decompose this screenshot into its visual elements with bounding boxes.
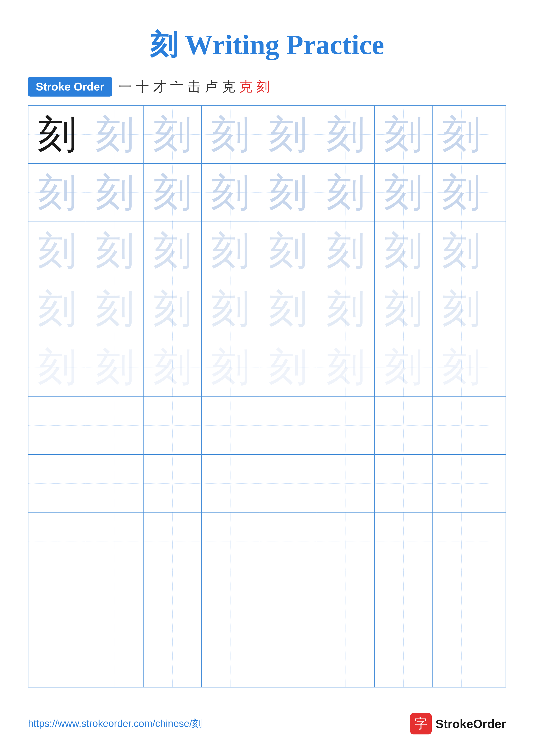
grid-cell-2-8: 刻 — [433, 164, 490, 222]
grid-cell-10-6[interactable] — [317, 629, 375, 687]
stroke-step-1: 一 — [118, 78, 132, 96]
grid-cell-4-1: 刻 — [28, 280, 86, 338]
char-faded: 刻 — [211, 173, 250, 212]
grid-cell-2-7: 刻 — [375, 164, 433, 222]
logo-char: 字 — [415, 715, 427, 733]
grid-cell-7-6[interactable] — [317, 455, 375, 512]
grid-cell-8-2[interactable] — [86, 513, 144, 571]
char-faded: 刻 — [153, 231, 192, 270]
grid-cell-8-8[interactable] — [433, 513, 490, 571]
grid-cell-5-8: 刻 — [433, 338, 490, 396]
char-faded: 刻 — [326, 173, 365, 212]
grid-cell-5-1: 刻 — [28, 338, 86, 396]
grid-cell-10-1[interactable] — [28, 629, 86, 687]
grid-cell-8-1[interactable] — [28, 513, 86, 571]
grid-cell-3-6: 刻 — [317, 222, 375, 280]
grid-row-9 — [28, 571, 506, 629]
grid-cell-9-6[interactable] — [317, 571, 375, 629]
char-faded: 刻 — [153, 115, 192, 154]
grid-cell-6-2[interactable] — [86, 396, 144, 454]
grid-cell-9-4[interactable] — [202, 571, 259, 629]
grid-cell-1-3: 刻 — [144, 106, 202, 163]
grid-cell-7-7[interactable] — [375, 455, 433, 512]
grid-cell-3-8: 刻 — [433, 222, 490, 280]
char-faded: 刻 — [326, 115, 365, 154]
grid-cell-2-1: 刻 — [28, 164, 86, 222]
grid-cell-6-1[interactable] — [28, 396, 86, 454]
grid-cell-6-5[interactable] — [259, 396, 317, 454]
grid-cell-6-8[interactable] — [433, 396, 490, 454]
grid-cell-7-2[interactable] — [86, 455, 144, 512]
grid-cell-2-2: 刻 — [86, 164, 144, 222]
grid-cell-9-5[interactable] — [259, 571, 317, 629]
grid-cell-1-4: 刻 — [202, 106, 259, 163]
char-faded: 刻 — [153, 290, 192, 328]
grid-cell-6-7[interactable] — [375, 396, 433, 454]
grid-cell-7-3[interactable] — [144, 455, 202, 512]
grid-cell-9-3[interactable] — [144, 571, 202, 629]
grid-cell-9-7[interactable] — [375, 571, 433, 629]
grid-cell-9-2[interactable] — [86, 571, 144, 629]
grid-cell-1-2: 刻 — [86, 106, 144, 163]
footer-logo-text: StrokeOrder — [436, 717, 506, 731]
grid-cell-5-6: 刻 — [317, 338, 375, 396]
char-faded: 刻 — [211, 115, 250, 154]
grid-cell-8-5[interactable] — [259, 513, 317, 571]
grid-cell-4-5: 刻 — [259, 280, 317, 338]
grid-cell-4-4: 刻 — [202, 280, 259, 338]
char-faded: 刻 — [95, 115, 134, 154]
grid-cell-4-8: 刻 — [433, 280, 490, 338]
grid-cell-10-5[interactable] — [259, 629, 317, 687]
grid-cell-8-3[interactable] — [144, 513, 202, 571]
stroke-order-badge: Stroke Order — [28, 77, 112, 96]
grid-cell-10-3[interactable] — [144, 629, 202, 687]
grid-cell-2-3: 刻 — [144, 164, 202, 222]
char-faded: 刻 — [268, 231, 307, 270]
grid-cell-4-2: 刻 — [86, 280, 144, 338]
grid-cell-7-4[interactable] — [202, 455, 259, 512]
grid-cell-1-7: 刻 — [375, 106, 433, 163]
char-faded: 刻 — [268, 173, 307, 212]
char-faded: 刻 — [153, 348, 192, 387]
grid-row-5: 刻 刻 刻 刻 刻 刻 刻 刻 — [28, 338, 506, 396]
grid-cell-4-3: 刻 — [144, 280, 202, 338]
grid-cell-9-1[interactable] — [28, 571, 86, 629]
char-faded: 刻 — [442, 290, 481, 328]
stroke-step-6: 卢 — [205, 78, 218, 96]
footer-url[interactable]: https://www.strokeorder.com/chinese/刻 — [28, 717, 202, 730]
grid-cell-7-1[interactable] — [28, 455, 86, 512]
char-faded: 刻 — [384, 173, 423, 212]
grid-row-7 — [28, 455, 506, 513]
stroke-step-2: 十 — [136, 78, 149, 96]
grid-cell-4-6: 刻 — [317, 280, 375, 338]
grid-cell-5-4: 刻 — [202, 338, 259, 396]
grid-cell-2-4: 刻 — [202, 164, 259, 222]
grid-cell-1-1: 刻 — [28, 106, 86, 163]
char-full: 刻 — [38, 115, 76, 154]
grid-cell-9-8[interactable] — [433, 571, 490, 629]
grid-cell-10-8[interactable] — [433, 629, 490, 687]
grid-cell-7-5[interactable] — [259, 455, 317, 512]
stroke-step-9: 刻 — [256, 78, 270, 96]
char-faded: 刻 — [384, 231, 423, 270]
grid-cell-10-2[interactable] — [86, 629, 144, 687]
char-faded: 刻 — [38, 231, 76, 270]
grid-cell-2-5: 刻 — [259, 164, 317, 222]
grid-cell-6-4[interactable] — [202, 396, 259, 454]
grid-cell-8-7[interactable] — [375, 513, 433, 571]
grid-cell-6-3[interactable] — [144, 396, 202, 454]
grid-cell-8-6[interactable] — [317, 513, 375, 571]
grid-row-10 — [28, 629, 506, 687]
grid-cell-6-6[interactable] — [317, 396, 375, 454]
char-faded: 刻 — [326, 348, 365, 387]
stroke-step-3: 才 — [153, 78, 166, 96]
grid-cell-8-4[interactable] — [202, 513, 259, 571]
grid-cell-10-4[interactable] — [202, 629, 259, 687]
char-faded: 刻 — [384, 115, 423, 154]
page-title: 刻 Writing Practice — [0, 0, 534, 77]
char-faded: 刻 — [95, 290, 134, 328]
char-faded: 刻 — [38, 290, 76, 328]
grid-cell-10-7[interactable] — [375, 629, 433, 687]
grid-cell-7-8[interactable] — [433, 455, 490, 512]
grid-row-4: 刻 刻 刻 刻 刻 刻 刻 刻 — [28, 280, 506, 338]
